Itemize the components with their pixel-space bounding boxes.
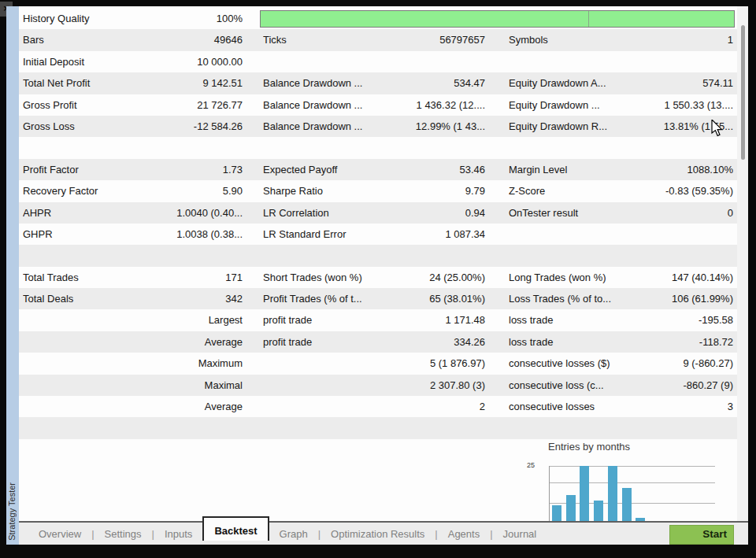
- column-gap: [485, 202, 509, 224]
- tab-inputs[interactable]: Inputs: [154, 524, 202, 545]
- column-gap: [485, 267, 509, 288]
- stat-value: [373, 245, 485, 266]
- table-row: AHPR1.0040 (0.40...LR Correlation0.94OnT…: [19, 202, 737, 224]
- stat-label: Balance Drawdown ...: [263, 94, 373, 116]
- stat-label: Loss Trades (% of to...: [509, 288, 631, 309]
- stat-value: 1.73: [141, 159, 243, 180]
- column-gap: [485, 94, 509, 116]
- tab-graph[interactable]: Graph: [269, 524, 318, 545]
- column-gap: [485, 116, 509, 137]
- stat-value: 5 (1 876.97): [373, 353, 485, 374]
- stat-value: -195.58: [631, 309, 733, 331]
- column-gap: [243, 94, 263, 116]
- stat-value: -860.27 (9): [631, 375, 733, 396]
- stat-value: [631, 51, 733, 72]
- stat-label: History Quality: [23, 8, 141, 29]
- stat-label: consecutive losses: [509, 396, 631, 417]
- stat-value: [631, 224, 733, 245]
- stat-label: Margin Level: [509, 159, 631, 180]
- stat-label: Bars: [23, 29, 141, 50]
- column-gap: [485, 353, 509, 374]
- stat-label: [23, 375, 141, 396]
- chart-y-tick: 25: [527, 461, 535, 469]
- stat-label: consecutive loss (c...: [509, 375, 631, 396]
- tab-backtest[interactable]: Backtest: [202, 516, 269, 541]
- column-gap: [485, 29, 509, 50]
- stat-value: 3: [631, 396, 733, 417]
- stat-value: 100%: [141, 8, 243, 29]
- stat-value: -12 584.26: [141, 116, 243, 137]
- start-button[interactable]: Start: [669, 525, 734, 545]
- tab-agents[interactable]: Agents: [438, 524, 490, 545]
- stat-value: 10 000.00: [141, 51, 243, 72]
- stat-label: LR Standard Error: [263, 224, 373, 245]
- stat-value: 1 436.32 (12....: [373, 94, 485, 116]
- column-gap: [485, 224, 509, 245]
- tab-overview[interactable]: Overview: [28, 524, 91, 545]
- column-gap: [243, 159, 263, 180]
- table-row: Initial Deposit10 000.00: [19, 51, 737, 72]
- tab-journal[interactable]: Journal: [493, 524, 547, 545]
- stat-label: Total Deals: [23, 288, 141, 309]
- stat-value: [141, 137, 243, 158]
- stat-value: [141, 245, 243, 266]
- stat-value: 171: [141, 267, 243, 288]
- tab-bar: Overview|Settings|InputsBacktestGraph|Op…: [19, 521, 748, 545]
- stat-label: Symbols: [509, 29, 631, 50]
- stat-label: Short Trades (won %): [263, 267, 373, 288]
- stat-label: [23, 137, 141, 158]
- vertical-scrollbar-thumb[interactable]: [741, 25, 745, 160]
- column-gap: [485, 375, 509, 396]
- stat-value: 106 (61.99%): [631, 288, 733, 309]
- column-gap: [485, 180, 509, 201]
- table-row: Averageprofit trade334.26loss trade-118.…: [19, 331, 737, 353]
- chart-gridline: [549, 466, 715, 467]
- column-gap: [243, 267, 263, 288]
- column-gap: [243, 180, 263, 201]
- stat-label: Expected Payoff: [263, 159, 373, 180]
- column-gap: [243, 309, 263, 331]
- stat-value: 21 726.77: [141, 94, 243, 116]
- table-row: Maximum5 (1 876.97)consecutive losses ($…: [19, 353, 737, 374]
- stat-label: AHPR: [23, 202, 141, 224]
- table-row: History Quality100%: [19, 8, 737, 29]
- column-gap: [485, 288, 509, 309]
- stat-value: [373, 417, 485, 438]
- stat-label: [23, 331, 141, 353]
- stat-label: [263, 375, 373, 396]
- stat-value: 1.0040 (0.40...: [141, 202, 243, 224]
- stat-value: 24 (25.00%): [373, 267, 485, 288]
- tab-settings[interactable]: Settings: [94, 524, 152, 545]
- stat-value: 0: [631, 202, 733, 224]
- column-gap: [485, 72, 509, 94]
- column-gap: [243, 375, 263, 396]
- table-row: Maximal2 307.80 (3)consecutive loss (c..…: [19, 375, 737, 396]
- stat-label: Total Trades: [23, 267, 141, 288]
- strategy-tester-side-strip[interactable]: Strategy Tester: [6, 6, 19, 545]
- table-row: Gross Loss-12 584.26Balance Drawdown ...…: [19, 116, 737, 137]
- stat-label: [509, 224, 631, 245]
- stat-label: OnTester result: [509, 202, 631, 224]
- history-quality-progressbar: [260, 10, 735, 28]
- column-gap: [243, 202, 263, 224]
- table-row: [19, 417, 737, 438]
- stat-value: 5.90: [141, 180, 243, 201]
- stat-label: Equity Drawdown A...: [509, 72, 631, 94]
- stat-value: Average: [141, 396, 243, 417]
- stat-value: 1.0038 (0.38...: [141, 224, 243, 245]
- stat-value: 534.47: [373, 72, 485, 94]
- stat-label: Long Trades (won %): [509, 267, 631, 288]
- stat-label: [263, 51, 373, 72]
- stat-value: 334.26: [373, 331, 485, 353]
- mouse-cursor-icon: [711, 120, 725, 139]
- stat-label: [23, 396, 141, 417]
- chart-bar: [608, 466, 617, 521]
- table-row: Total Deals342Profit Trades (% of t...65…: [19, 288, 737, 309]
- stat-value: [141, 417, 243, 438]
- chart-bar: [552, 505, 561, 521]
- stat-value: 1: [631, 29, 733, 50]
- column-gap: [485, 159, 509, 180]
- stat-value: 147 (40.14%): [631, 267, 733, 288]
- tab-optimization-results[interactable]: Optimization Results: [321, 524, 435, 545]
- chart-y-axis: [549, 466, 550, 521]
